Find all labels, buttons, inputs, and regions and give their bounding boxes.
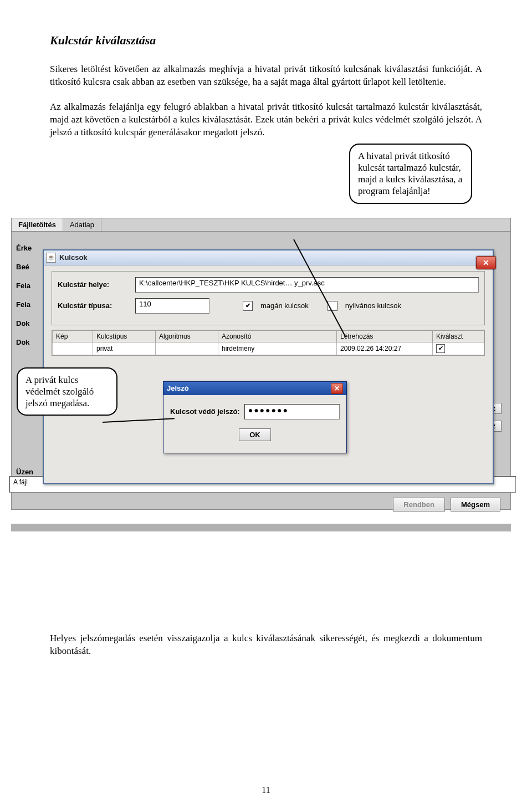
magan-kulcsok-label: magán kulcsok bbox=[260, 301, 309, 310]
cell-ktipus: privát bbox=[93, 342, 156, 355]
cell-kival[interactable]: ✔ bbox=[433, 342, 484, 355]
paragraph-2: Az alkalmazás felajánlja egy felugró abl… bbox=[50, 101, 482, 139]
java-icon: ☕ bbox=[46, 253, 56, 263]
callout-left: A privát kulcs védelmét szolgáló jelszó … bbox=[17, 367, 117, 416]
paragraph-1: Sikeres letöltést követően az alkalmazás… bbox=[50, 63, 482, 89]
col-algo[interactable]: Algoritmus bbox=[156, 330, 218, 342]
tab-strip: Fájlletöltés Adatlap bbox=[12, 218, 510, 232]
field-label: Dok bbox=[16, 319, 30, 328]
tab-fajlletoltes[interactable]: Fájlletöltés bbox=[12, 218, 63, 231]
field-label: Fela bbox=[16, 282, 30, 290]
bottom-gray-bar bbox=[11, 524, 511, 531]
page-number: 11 bbox=[50, 785, 482, 795]
kulcstar-tipusa-label: Kulcstár típusa: bbox=[58, 301, 130, 310]
jelszo-titlebar[interactable]: Jelszó ✕ bbox=[163, 382, 346, 395]
main-window: Fájlletöltés Adatlap Érke Beé Fela Fela … bbox=[11, 218, 511, 510]
screenshot-area: A hivatal privát titkosító kulcsát tarta… bbox=[50, 156, 482, 521]
col-azon[interactable]: Azonosító bbox=[218, 330, 337, 342]
table-row[interactable]: privát hirdetmeny 2009.02.26 14:20:27 ✔ bbox=[53, 342, 484, 355]
callout-right: A hivatal privát titkosító kulcsát tarta… bbox=[349, 144, 472, 204]
kulcstar-helye-label: Kulcstár helye: bbox=[58, 280, 130, 289]
jelszo-title: Jelszó bbox=[167, 384, 189, 392]
col-kival[interactable]: Kiválaszt bbox=[433, 330, 484, 342]
megsem-button[interactable]: Mégsem bbox=[451, 498, 500, 512]
dialog-titlebar[interactable]: ☕ Kulcsok bbox=[44, 250, 493, 265]
cell-azon: hirdetmeny bbox=[218, 342, 337, 355]
ok-button[interactable]: OK bbox=[239, 428, 271, 441]
jelszo-input[interactable]: ●●●●●●● bbox=[244, 404, 340, 420]
field-label: Dok bbox=[16, 338, 30, 346]
field-label: Fela bbox=[16, 300, 30, 309]
field-label: Érke bbox=[16, 244, 32, 252]
kulcstar-panel: Kulcstár helye: K:\callcenter\HKP_TESZT\… bbox=[52, 271, 485, 325]
jelszo-dialog: Jelszó ✕ Kulcsot védő jelszó: ●●●●●●● OK bbox=[163, 381, 347, 453]
kivalaszt-checkbox[interactable]: ✔ bbox=[436, 344, 445, 353]
jelszo-label: Kulcsot védő jelszó: bbox=[170, 407, 240, 416]
col-letre[interactable]: Létrehozás bbox=[337, 330, 433, 342]
table-header-row: Kép Kulcstípus Algoritmus Azonosító Létr… bbox=[53, 330, 484, 342]
kulcs-table: Kép Kulcstípus Algoritmus Azonosító Létr… bbox=[52, 330, 484, 355]
field-label: Beé bbox=[16, 263, 29, 271]
rendben-button[interactable]: Rendben bbox=[393, 498, 445, 512]
kulcs-table-panel: Kép Kulcstípus Algoritmus Azonosító Létr… bbox=[52, 330, 485, 356]
kulcstar-helye-input[interactable]: K:\callcenter\HKP_TESZT\HKP KULCS\hirdet… bbox=[135, 277, 479, 293]
uzenet-label: Üzen bbox=[16, 468, 33, 476]
col-ktipus[interactable]: Kulcstípus bbox=[93, 330, 156, 342]
magan-kulcsok-checkbox[interactable] bbox=[243, 301, 253, 311]
close-icon[interactable]: ✕ bbox=[331, 383, 343, 394]
section-title: Kulcstár kiválasztása bbox=[50, 33, 482, 48]
kulcstar-tipusa-input[interactable]: 110 bbox=[135, 298, 209, 314]
nyilvanos-kulcsok-label: nyilvános kulcsok bbox=[345, 301, 401, 310]
kulcsok-dialog: ☕ Kulcsok ✕ Kulcstár helye: K:\callcente… bbox=[43, 249, 494, 484]
cell-letre: 2009.02.26 14:20:27 bbox=[337, 342, 433, 355]
cell-kep bbox=[53, 342, 93, 355]
dialog-title: Kulcsok bbox=[59, 253, 88, 262]
close-icon[interactable]: ✕ bbox=[476, 256, 496, 269]
paragraph-3: Helyes jelszómegadás esetén visszaigazol… bbox=[50, 632, 482, 658]
tab-adatlap[interactable]: Adatlap bbox=[63, 218, 101, 231]
cell-algo bbox=[156, 342, 218, 355]
col-kep[interactable]: Kép bbox=[53, 330, 93, 342]
